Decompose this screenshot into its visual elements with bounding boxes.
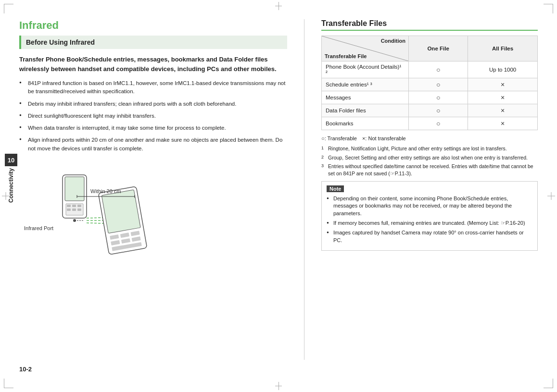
one-file-header: One File — [409, 36, 468, 61]
chapter-tab: 10 Connectivity — [5, 154, 17, 203]
table-section-title: Transferable Files — [321, 19, 538, 31]
phone-diagram-svg: Within 20 cm Infrared Port — [19, 160, 173, 261]
right-column: Transferable Files Condition Transferabl… — [321, 19, 538, 360]
corner-mark-br — [544, 379, 553, 388]
svg-rect-9 — [77, 205, 81, 207]
svg-rect-12 — [77, 208, 81, 211]
list-item: Direct sunlight/fluorescent light may in… — [19, 112, 287, 120]
note-item: If memory becomes full, remaining entrie… — [327, 220, 532, 227]
section-header: Before Using Infrared — [19, 36, 287, 49]
cell-one-file: ○ — [409, 91, 468, 104]
table-row: Bookmarks○× — [322, 117, 538, 130]
note-label: Note — [327, 185, 344, 192]
cell-one-file: ○ — [409, 61, 468, 78]
svg-rect-8 — [72, 205, 76, 207]
intro-text: Transfer Phone Book/Schedule entries, me… — [19, 55, 287, 74]
svg-rect-10 — [67, 208, 71, 211]
port-label: Infrared Port — [24, 225, 53, 231]
section-header-text: Before Using Infrared — [26, 38, 95, 46]
cell-file: Phone Book (Account Details)¹ ² — [322, 61, 409, 78]
footnote-2: 2 Group, Secret Setting and other entry … — [321, 154, 538, 161]
footnote-1: 1 Ringtone, Notification Light, Picture … — [321, 145, 538, 152]
cell-all-files: × — [468, 104, 538, 117]
all-files-header: All Files — [468, 36, 538, 61]
list-item: Debris may inhibit infrared transfers; c… — [19, 100, 287, 108]
corner-mark-bl — [4, 379, 13, 388]
distance-label: Within 20 cm — [90, 188, 121, 194]
note-item: Depending on their content, some incomin… — [327, 195, 532, 217]
transferable-header: Transferable File — [325, 53, 367, 59]
page-content: 10 Connectivity Infrared Before Using In… — [19, 19, 538, 373]
cell-all-files: × — [468, 117, 538, 130]
cell-file: Messages — [322, 91, 409, 104]
list-item: 841P infrared function is based on IrMC1… — [19, 79, 287, 96]
cell-file: Bookmarks — [322, 117, 409, 130]
table-row: Phone Book (Account Details)¹ ²○Up to 10… — [322, 61, 538, 78]
transfer-table: Condition Transferable File One File All… — [321, 36, 538, 130]
cell-one-file: ○ — [409, 78, 468, 91]
side-right-mark — [547, 192, 555, 200]
cell-all-files: Up to 1000 — [468, 61, 538, 78]
table-row: Messages○× — [322, 91, 538, 104]
cell-one-file: ○ — [409, 117, 468, 130]
cell-one-file: ○ — [409, 104, 468, 117]
table-legend: ○: Transferable ×: Not transferable — [321, 135, 538, 142]
note-item: Images captured by handset Camera may ro… — [327, 229, 532, 244]
table-header-diagonal: Condition Transferable File — [322, 36, 409, 61]
cell-all-files: × — [468, 91, 538, 104]
svg-rect-7 — [67, 205, 71, 207]
footnotes: 1 Ringtone, Notification Light, Picture … — [321, 145, 538, 177]
note-list: Depending on their content, some incomin… — [327, 195, 532, 244]
footnote-3: 3 Entries without specified date/time ca… — [321, 163, 538, 177]
cell-all-files: × — [468, 78, 538, 91]
chapter-label: Connectivity — [8, 168, 14, 203]
center-top-mark — [275, 2, 282, 10]
list-item: Align infrared ports within 20 cm of one… — [19, 136, 287, 153]
page-title: Infrared — [19, 19, 287, 32]
diagram-container: Within 20 cm Infrared Port — [19, 160, 287, 266]
page-number: 10-2 — [19, 366, 538, 373]
cell-file: Data Folder files — [322, 104, 409, 117]
chapter-number: 10 — [5, 154, 17, 166]
list-item: When data transfer is interrupted, it ma… — [19, 124, 287, 132]
table-row: Data Folder files○× — [322, 104, 538, 117]
svg-rect-11 — [72, 208, 76, 211]
note-box: Note Depending on their content, some in… — [321, 181, 538, 251]
svg-rect-5 — [65, 177, 84, 201]
table-row: Schedule entries¹ ³○× — [322, 78, 538, 91]
condition-header: Condition — [381, 38, 405, 44]
corner-mark-tl — [4, 4, 13, 13]
center-bottom-mark — [275, 382, 282, 390]
cell-file: Schedule entries¹ ³ — [322, 78, 409, 91]
column-divider — [304, 19, 304, 360]
left-column: 10 Connectivity Infrared Before Using In… — [19, 19, 287, 360]
corner-mark-tr — [544, 4, 553, 13]
bullet-list: 841P infrared function is based on IrMC1… — [19, 79, 287, 153]
